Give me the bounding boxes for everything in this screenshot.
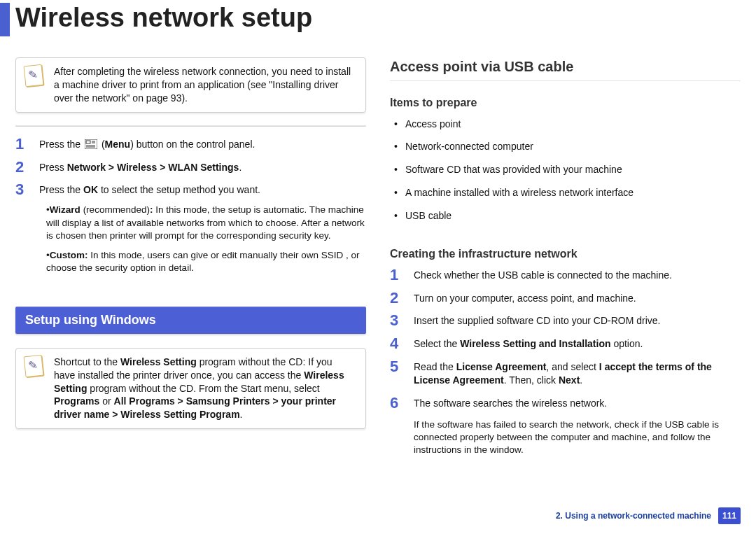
list-item: Software CD that was provided with your … [394,163,741,186]
infra-step-6: 6The software searches the wireless netw… [390,397,741,467]
step-number: 1 [390,265,408,286]
step-text-part: Press [39,162,67,173]
divider [15,125,366,127]
heading-items-to-prepare: Items to prepare [390,95,741,111]
heading-access-point-usb: Access point via USB cable [390,57,741,81]
step-text: Turn on your computer, access point, and… [414,293,636,304]
infra-step-5: 5Read the License Agreement, and select … [390,360,741,397]
page-title: Wireless network setup [15,0,312,36]
step-text-part: . [580,374,582,386]
gt: > [109,409,120,420]
infra-step-6-note: If the software has failed to search the… [414,419,741,457]
infra-step-3: 3Insert the supplied software CD into yo… [390,314,741,337]
step-text: The software searches the wireless netwo… [414,398,607,409]
menu-icon [85,139,97,149]
infra-step-2: 2Turn on your computer, access point, an… [390,292,741,315]
note-part: or [99,395,113,407]
samsung-printers-label: Samsung Printers [186,395,270,407]
step-3: 3 Press the OK to select the setup metho… [15,183,366,291]
menu-path: Network > Wireless > WLAN Settings [67,162,239,173]
setup-steps: 1 Press the (Menu) button on the control… [15,138,366,292]
two-column-layout: After completing the wireless network co… [0,36,756,467]
step-text: Check whether the USB cable is connected… [414,269,672,281]
step-text-part: . [239,162,241,173]
page-footer: 2. Using a network-connected machine 111 [556,507,741,524]
step-text-part: Select the [414,338,460,349]
programs-label: Programs [54,395,99,407]
infra-step-4: 4Select the Wireless Setting and Install… [390,337,741,360]
list-item: Access point [394,118,741,141]
note-part: . [240,409,243,420]
step-text-part: ) button on the control panel. [130,139,255,150]
custom-body: In this mode, users can give or edit man… [46,250,359,273]
wizard-label: Wizard [50,204,80,215]
step-2: 2 Press Network > Wireless > WLAN Settin… [15,161,366,184]
wizard-colon: : [150,204,155,215]
note-text: After completing the wireless network co… [54,66,351,104]
gt: > [175,395,186,407]
note-part: Shortcut to the [54,356,120,367]
page-header: Wireless network setup [0,0,756,36]
wizard-option: •Wizard (recommended): In this mode, the… [46,204,366,242]
step-number: 4 [390,333,408,354]
step-number: 6 [390,393,408,414]
step-3-sub: •Wizard (recommended): In this mode, the… [39,204,366,274]
wireless-setting-program-label: Wireless Setting Program [120,409,239,420]
heading-creating-infra: Creating the infrastructure network [390,246,741,262]
right-column: Access point via USB cable Items to prep… [390,57,741,467]
custom-label: Custom: [50,250,88,260]
license-agreement-label: License Agreement [456,361,547,372]
step-text: Insert the supplied software CD into you… [414,315,660,326]
all-programs-label: All Programs [114,395,175,407]
footer-chapter: 2. Using a network-connected machine [556,510,711,521]
list-item: USB cable [394,209,741,232]
items-to-prepare-list: Access point Network-connected computer … [394,118,741,232]
wizard-rec: (recommended) [80,204,150,215]
step-text-part: to select the setup method you want. [98,184,260,195]
step-text-part: Press the [39,139,83,150]
step-text-part: , and select [546,361,599,372]
note-box-shortcut: Shortcut to the Wireless Setting program… [15,348,366,429]
menu-label: Menu [105,139,131,150]
wireless-setting-label: Wireless Setting [120,356,197,367]
step-number: 2 [15,157,34,178]
step-text-part: Press the [39,184,83,195]
svg-rect-1 [86,141,90,143]
custom-option: •Custom: In this mode, users can give or… [46,249,366,274]
next-button-label: Next [559,374,580,386]
step-number: 3 [15,179,34,200]
step-text-part: Read the [414,361,456,372]
gt: > [270,395,281,407]
note-part: program without the CD. From the Start m… [87,383,319,394]
ok-label: OK [83,184,98,195]
page-number: 111 [718,507,741,524]
note-box-install-driver: After completing the wireless network co… [15,57,366,113]
list-item: Network-connected computer [394,140,741,163]
list-item: A machine installed with a wireless netw… [394,186,741,209]
section-setup-windows: Setup using Windows [15,307,366,333]
infra-step-1: 1Check whether the USB cable is connecte… [390,269,741,292]
step-number: 3 [390,310,408,331]
wireless-install-option: Wireless Setting and Installation [460,338,610,349]
infra-steps: 1Check whether the USB cable is connecte… [390,269,741,467]
step-number: 2 [390,288,408,309]
step-1: 1 Press the (Menu) button on the control… [15,138,366,161]
step-text-part: . Then, click [504,374,559,386]
left-column: After completing the wireless network co… [15,57,366,467]
step-number: 5 [390,356,408,377]
step-text-part: option. [611,338,643,349]
step-sub-text: If the software has failed to search the… [414,419,719,455]
header-accent-block [0,3,10,36]
step-number: 1 [15,134,34,155]
